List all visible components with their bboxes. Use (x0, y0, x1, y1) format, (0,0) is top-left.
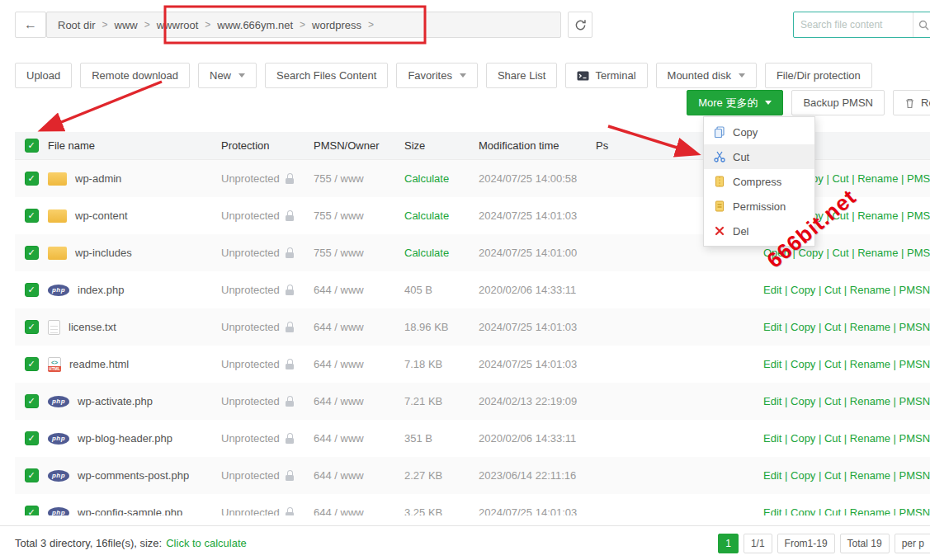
action-copy[interactable]: Copy (791, 358, 815, 370)
action-pmsn[interactable]: PMSN (899, 395, 930, 407)
row-checkbox[interactable] (25, 431, 39, 445)
action-cut[interactable]: Cut (832, 172, 848, 185)
select-all-checkbox[interactable] (25, 139, 39, 153)
action-rename[interactable]: Rename (857, 172, 898, 185)
file-name[interactable]: wp-activate.php (78, 395, 153, 407)
calculate-size-link[interactable]: Calculate (404, 247, 479, 259)
file-name[interactable]: license.txt (68, 321, 116, 333)
action-pmsn[interactable]: PMSN (899, 358, 930, 370)
row-checkbox[interactable] (25, 246, 39, 260)
file-name[interactable]: wp-blog-header.php (78, 432, 172, 445)
file-name[interactable]: readme.html (69, 358, 129, 370)
action-copy[interactable]: Copy (791, 321, 815, 333)
action-rename[interactable]: Rename (850, 395, 890, 407)
row-checkbox[interactable] (25, 320, 39, 334)
back-button[interactable]: ← (15, 12, 46, 38)
menu-item-cut[interactable]: Cut (704, 144, 814, 169)
action-rename[interactable]: Rename (850, 506, 890, 515)
action-edit[interactable]: Edit (763, 469, 781, 482)
breadcrumb-item-wordpress[interactable]: wordpress (312, 19, 361, 31)
action-edit[interactable]: Edit (763, 395, 781, 407)
row-checkbox[interactable] (25, 468, 39, 482)
action-copy[interactable]: Copy (791, 284, 815, 296)
action-open[interactable]: Open (763, 247, 790, 259)
action-cut[interactable]: Cut (824, 469, 841, 482)
action-pmsn[interactable]: PMSN (899, 506, 930, 515)
upload-button[interactable]: Upload (15, 63, 72, 88)
row-checkbox[interactable] (25, 357, 39, 371)
search-button[interactable] (913, 12, 930, 37)
row-checkbox[interactable] (25, 506, 39, 515)
action-pmsn[interactable]: PMSN (907, 247, 930, 259)
row-checkbox[interactable] (25, 209, 39, 223)
breadcrumb-item-domain[interactable]: www.666ym.net (217, 19, 293, 31)
breadcrumb-item-www[interactable]: www (115, 19, 138, 31)
recycle-bin-button[interactable]: Re (893, 90, 930, 115)
row-checkbox[interactable] (25, 394, 39, 408)
action-rename[interactable]: Rename (857, 209, 898, 222)
action-copy[interactable]: Copy (791, 506, 815, 515)
search-input[interactable] (794, 13, 913, 36)
page-1-button[interactable]: 1 (718, 534, 739, 553)
calculate-size-link[interactable]: Calculate (404, 209, 479, 222)
action-pmsn[interactable]: PMSN (907, 209, 930, 222)
file-name[interactable]: wp-content (75, 209, 128, 222)
action-edit[interactable]: Edit (763, 432, 781, 445)
row-checkbox[interactable] (25, 283, 39, 297)
action-cut[interactable]: Cut (832, 247, 848, 259)
terminal-button[interactable]: Terminal (565, 63, 647, 88)
file-name[interactable]: index.php (78, 284, 124, 296)
row-checkbox[interactable] (25, 172, 39, 186)
action-edit[interactable]: Edit (763, 321, 781, 333)
action-rename[interactable]: Rename (857, 247, 898, 259)
action-edit[interactable]: Edit (763, 506, 781, 515)
action-edit[interactable]: Edit (763, 284, 781, 296)
search-files-content-button[interactable]: Search Files Content (265, 63, 388, 88)
menu-item-del[interactable]: Del (704, 219, 814, 243)
action-pmsn[interactable]: PMSN (899, 469, 930, 482)
file-name[interactable]: wp-config-sample.php (78, 506, 182, 515)
action-pmsn[interactable]: PMSN (899, 284, 930, 296)
mounted-disk-button[interactable]: Mounted disk (656, 63, 757, 88)
calculate-size-link[interactable]: Click to calculate (166, 537, 247, 549)
breadcrumb-separator: > (205, 19, 210, 31)
action-edit[interactable]: Edit (763, 358, 781, 370)
action-copy[interactable]: Copy (791, 469, 815, 482)
action-rename[interactable]: Rename (850, 284, 890, 296)
action-copy[interactable]: Copy (791, 432, 815, 445)
action-cut[interactable]: Cut (824, 284, 841, 296)
share-list-button[interactable]: Share List (486, 63, 558, 88)
action-cut[interactable]: Cut (824, 321, 841, 333)
action-cut[interactable]: Cut (832, 209, 848, 222)
action-rename[interactable]: Rename (850, 321, 890, 333)
action-cut[interactable]: Cut (824, 358, 841, 370)
action-rename[interactable]: Rename (850, 358, 890, 370)
file-name[interactable]: wp-comments-post.php (78, 469, 189, 482)
menu-item-compress[interactable]: Compress (704, 169, 814, 194)
refresh-button[interactable] (568, 12, 592, 38)
file-name[interactable]: wp-includes (75, 247, 132, 259)
action-cut[interactable]: Cut (824, 432, 841, 445)
menu-item-permission[interactable]: Permission (704, 194, 814, 219)
breadcrumb-item-root[interactable]: Root dir (58, 19, 96, 31)
action-copy[interactable]: Copy (798, 247, 823, 259)
action-copy[interactable]: Copy (791, 395, 815, 407)
calculate-size-link[interactable]: Calculate (404, 172, 479, 185)
per-page-select[interactable]: per p (895, 534, 930, 553)
new-button[interactable]: New (198, 63, 257, 88)
file-name[interactable]: wp-admin (75, 172, 121, 185)
action-rename[interactable]: Rename (850, 469, 890, 482)
more-button[interactable]: More 更多的 (687, 90, 783, 115)
action-pmsn[interactable]: PMSN (899, 432, 930, 445)
remote-download-button[interactable]: Remote download (80, 63, 190, 88)
breadcrumb-item-wwwroot[interactable]: wwwroot (157, 19, 199, 31)
menu-item-copy[interactable]: Copy (704, 120, 814, 144)
action-cut[interactable]: Cut (824, 395, 841, 407)
action-pmsn[interactable]: PMSN (907, 172, 930, 185)
action-pmsn[interactable]: PMSN (899, 321, 930, 333)
backup-pmsn-button[interactable]: Backup PMSN (791, 90, 885, 115)
action-cut[interactable]: Cut (824, 506, 841, 515)
file-dir-protection-button[interactable]: File/Dir protection (765, 63, 872, 88)
action-rename[interactable]: Rename (850, 432, 890, 445)
favorites-button[interactable]: Favorites (396, 63, 477, 88)
